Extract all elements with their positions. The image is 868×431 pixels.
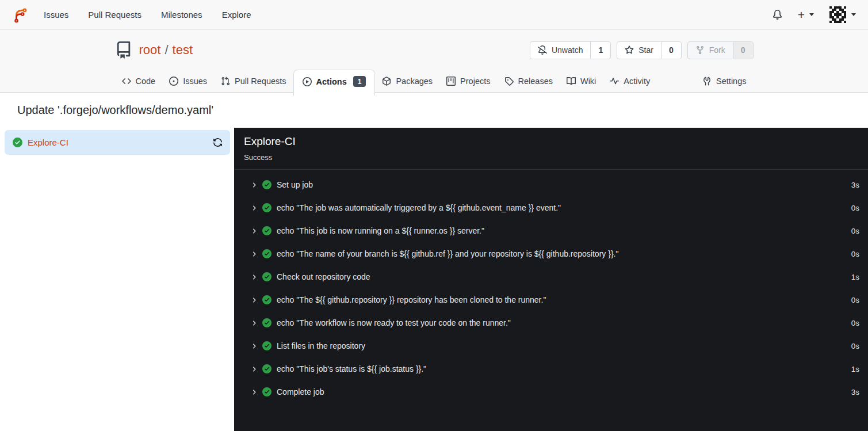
expand-step-control[interactable] [250, 342, 258, 350]
repo-tabs: CodeIssuesPull RequestsActions1PackagesP… [115, 70, 754, 92]
notifications-bell-icon[interactable] [773, 10, 782, 20]
star-label: Star [638, 45, 653, 55]
tag-icon [504, 77, 514, 86]
step-duration: 0s [851, 204, 859, 212]
step-duration: 0s [851, 296, 859, 304]
forgejo-logo[interactable] [12, 7, 28, 23]
check-circle-icon [262, 272, 272, 281]
chevron-down-icon [809, 13, 814, 16]
unwatch-label: Unwatch [552, 45, 583, 55]
check-circle-icon [262, 249, 272, 258]
unwatch-button[interactable]: Unwatch [530, 42, 590, 59]
check-circle-icon [262, 341, 272, 350]
step-duration: 3s [851, 181, 859, 189]
step-row[interactable]: echo "This job is now running on a ${{ r… [234, 219, 868, 242]
book-icon [567, 77, 576, 86]
tab-label: Projects [460, 77, 490, 86]
step-row[interactable]: echo "This job's status is ${{ job.statu… [234, 357, 868, 380]
unwatch-count[interactable]: 1 [590, 42, 610, 59]
tab-code[interactable]: Code [115, 70, 163, 92]
package-icon [382, 77, 391, 86]
chevron-right-icon [250, 365, 258, 373]
chevron-right-icon [250, 227, 258, 235]
fork-count: 0 [733, 42, 753, 59]
chevron-right-icon [250, 181, 258, 189]
step-duration: 0s [851, 227, 859, 235]
step-row[interactable]: Complete job3s [234, 380, 868, 403]
tab-activity[interactable]: Activity [603, 70, 657, 92]
check-circle-icon [262, 295, 272, 304]
tab-settings[interactable]: Settings [695, 70, 753, 92]
repo-path-separator: / [165, 43, 168, 58]
tab-packages[interactable]: Packages [375, 70, 439, 92]
expand-step-control[interactable] [250, 250, 258, 258]
expand-step-control[interactable] [250, 296, 258, 304]
fork-icon [695, 45, 705, 55]
step-row[interactable]: echo "The name of your branch is ${{ git… [234, 242, 868, 265]
check-circle-icon [262, 318, 272, 327]
step-row[interactable]: echo "The ${{ github.repository }} repos… [234, 288, 868, 311]
chevron-right-icon [250, 388, 258, 396]
star-icon [625, 45, 634, 55]
step-duration: 0s [851, 319, 859, 327]
star-button[interactable]: Star [617, 42, 661, 59]
step-name: echo "The name of your branch is ${{ git… [277, 249, 618, 258]
refresh-icon[interactable] [213, 138, 223, 147]
expand-step-control[interactable] [250, 365, 258, 373]
step-name: echo "The job was automatically triggere… [277, 203, 561, 212]
step-row[interactable]: List files in the repository0s [234, 334, 868, 357]
step-row[interactable]: Set up job3s [234, 173, 868, 196]
check-circle-icon [262, 364, 272, 373]
repo-action-buttons: Unwatch1Star0Fork0 [530, 41, 754, 59]
step-name: List files in the repository [277, 341, 365, 350]
tab-pull-requests[interactable]: Pull Requests [214, 70, 293, 92]
tab-projects[interactable]: Projects [439, 70, 497, 92]
job-panel-header: Explore-CI Success [234, 128, 868, 170]
step-name: echo "This job's status is ${{ job.statu… [277, 364, 426, 373]
expand-step-control[interactable] [250, 319, 258, 327]
user-menu-dropdown[interactable] [829, 6, 856, 23]
job-sidebar: Explore-CI [0, 128, 234, 431]
expand-step-control[interactable] [250, 273, 258, 281]
navbar-link-issues[interactable]: Issues [44, 10, 68, 20]
navbar-link-milestones[interactable]: Milestones [161, 10, 202, 20]
job-status-text: Success [244, 153, 858, 162]
job-name: Explore-CI [28, 138, 68, 147]
chevron-right-icon [250, 319, 258, 327]
step-duration: 1s [851, 273, 859, 281]
unwatch-button-group: Unwatch1 [530, 41, 611, 59]
expand-step-control[interactable] [250, 204, 258, 212]
chevron-down-icon [851, 13, 856, 16]
step-name: echo "This job is now running on a ${{ r… [277, 226, 484, 235]
tab-label: Settings [716, 77, 746, 86]
navbar-link-explore[interactable]: Explore [222, 10, 251, 20]
tab-label: Issues [183, 77, 207, 86]
step-name: Complete job [277, 387, 324, 396]
tab-label: Activity [624, 77, 650, 86]
step-row[interactable]: echo "The workflow is now ready to test … [234, 311, 868, 334]
repo-name-link[interactable]: test [173, 43, 193, 58]
plus-icon: + [798, 9, 805, 21]
chevron-right-icon [250, 296, 258, 304]
tab-label: Code [136, 77, 156, 86]
tab-actions[interactable]: Actions1 [293, 70, 376, 96]
step-row[interactable]: Check out repository code1s [234, 265, 868, 288]
check-circle-icon [262, 180, 272, 189]
star-count[interactable]: 0 [661, 42, 681, 59]
check-circle-icon [13, 138, 22, 147]
step-duration: 0s [851, 342, 859, 350]
expand-step-control[interactable] [250, 227, 258, 235]
repo-owner-link[interactable]: root [139, 43, 161, 58]
tools-icon [702, 77, 712, 86]
tab-issues[interactable]: Issues [162, 70, 214, 92]
tab-wiki[interactable]: Wiki [560, 70, 603, 92]
tab-releases[interactable]: Releases [498, 70, 560, 92]
step-row[interactable]: echo "The job was automatically triggere… [234, 196, 868, 219]
check-circle-icon [262, 203, 272, 212]
page-title: Update '.forgejo/workflows/demo.yaml' [17, 104, 213, 117]
navbar-link-pull-requests[interactable]: Pull Requests [88, 10, 142, 20]
expand-step-control[interactable] [250, 181, 258, 189]
expand-step-control[interactable] [250, 388, 258, 396]
create-new-dropdown[interactable]: + [798, 9, 814, 21]
job-list-item[interactable]: Explore-CI [5, 130, 230, 155]
